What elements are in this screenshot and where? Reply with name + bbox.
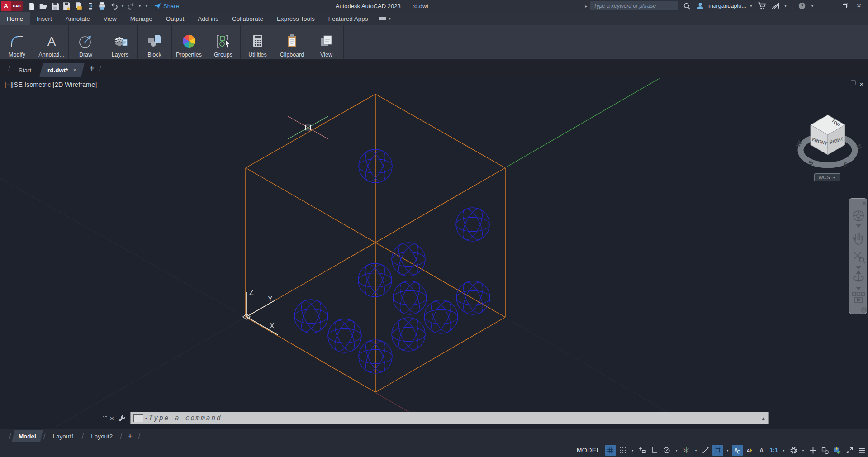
orbit-dropdown-icon[interactable] xyxy=(857,287,860,290)
graphics-performance-button[interactable] xyxy=(832,445,843,456)
panel-view[interactable]: View xyxy=(309,25,344,59)
navbar-minimize-icon[interactable] xyxy=(862,308,866,312)
tab-collaborate[interactable]: Collaborate xyxy=(225,12,270,25)
undo-button[interactable] xyxy=(109,0,119,11)
app-menu-button[interactable]: A CAD xyxy=(1,1,23,11)
file-tab-document[interactable]: rd.dwt* × xyxy=(40,63,85,77)
dynamic-input-toggle[interactable] xyxy=(637,445,648,456)
save-as-button[interactable] xyxy=(62,0,72,11)
plot-button[interactable] xyxy=(97,0,108,11)
help-search-input[interactable] xyxy=(590,1,678,10)
annotation-scale-button[interactable]: A xyxy=(756,445,767,456)
panel-clipboard[interactable]: Clipboard xyxy=(275,25,309,59)
drawing-area[interactable]: ZYX [−][SE Isometric][2D Wireframe] × W … xyxy=(0,77,868,429)
save-to-web-button[interactable] xyxy=(73,0,84,11)
help-dropdown[interactable]: ▾ xyxy=(810,4,815,8)
status-customization-button[interactable] xyxy=(856,445,867,456)
command-input[interactable] xyxy=(149,414,759,422)
tab-addins[interactable]: Add-ins xyxy=(191,12,225,25)
showmotion-button[interactable] xyxy=(853,293,864,302)
object-snap-tracking-toggle[interactable] xyxy=(700,445,711,456)
workspace-switching-button[interactable] xyxy=(788,445,799,456)
username-menu[interactable]: margaridaplo... xyxy=(708,3,746,9)
current-scale-label[interactable]: 1:1 xyxy=(768,447,779,453)
search-button[interactable] xyxy=(681,0,692,11)
layout-tab-layout1[interactable]: Layout1 xyxy=(47,430,80,442)
new-file-button[interactable] xyxy=(26,0,37,11)
layout-tab-model[interactable]: Model xyxy=(11,430,43,442)
help-button[interactable]: ? xyxy=(797,0,807,11)
command-dock-close-icon[interactable]: × xyxy=(110,414,114,422)
object-snap-toggle[interactable] xyxy=(712,445,723,456)
recent-commands-dropdown[interactable]: ▾ xyxy=(145,416,147,420)
osnap-dropdown[interactable]: ▾ xyxy=(725,445,730,456)
isodraft-toggle[interactable] xyxy=(681,445,692,456)
new-drawing-tab-button[interactable]: + xyxy=(89,63,95,74)
grid-toggle[interactable] xyxy=(605,445,616,456)
scale-dropdown[interactable]: ▾ xyxy=(781,445,787,456)
panel-annotation[interactable]: A Annotati... xyxy=(34,25,69,59)
tab-annotate[interactable]: Annotate xyxy=(59,12,97,25)
panel-utilities[interactable]: Utilities xyxy=(241,25,275,59)
isodraft-dropdown[interactable]: ▾ xyxy=(693,445,699,456)
zoom-button[interactable] xyxy=(854,252,865,263)
user-avatar[interactable] xyxy=(695,0,706,11)
model-space-view[interactable]: ZYX xyxy=(0,77,868,429)
panel-modify[interactable]: Modify xyxy=(0,25,34,59)
command-dock-drag-handle[interactable] xyxy=(103,413,107,423)
panel-layers[interactable]: Layers xyxy=(103,25,138,59)
orbit-button[interactable] xyxy=(854,271,863,282)
command-line[interactable]: >_ ▾ ▲ xyxy=(130,412,769,424)
file-tab-start[interactable]: Start xyxy=(12,63,38,77)
viewport-controls-label[interactable]: [−][SE Isometric][2D Wireframe] xyxy=(5,81,97,88)
zoom-dropdown-icon[interactable] xyxy=(857,267,860,269)
autodesk-dropdown[interactable]: ▾ xyxy=(783,4,788,8)
command-customize-button[interactable] xyxy=(117,413,128,424)
tab-view[interactable]: View xyxy=(97,12,123,25)
ortho-toggle[interactable] xyxy=(649,445,660,456)
tab-insert[interactable]: Insert xyxy=(30,12,59,25)
doc-close-icon[interactable]: × xyxy=(859,80,863,88)
doc-restore-icon[interactable] xyxy=(850,82,854,86)
app-store-button[interactable] xyxy=(756,0,767,11)
tab-manage[interactable]: Manage xyxy=(123,12,159,25)
close-button[interactable]: × xyxy=(853,0,865,11)
workspace-dropdown[interactable]: ▾ xyxy=(800,445,806,456)
doc-minimize-icon[interactable] xyxy=(840,82,844,86)
open-from-mobile-button[interactable] xyxy=(85,0,96,11)
panel-draw[interactable]: Draw xyxy=(69,25,103,59)
pan-button[interactable] xyxy=(853,233,862,244)
command-prompt-icon[interactable]: >_ xyxy=(133,414,143,422)
model-space-indicator[interactable]: MODEL xyxy=(577,447,600,454)
share-button[interactable]: Share xyxy=(154,2,179,10)
redo-dropdown[interactable]: ▾ xyxy=(138,4,142,8)
ribbon-display-options-button[interactable]: ▾ xyxy=(379,12,392,25)
restore-button[interactable] xyxy=(838,0,851,11)
snap-dropdown[interactable]: ▾ xyxy=(630,445,636,456)
polar-dropdown[interactable]: ▾ xyxy=(674,445,679,456)
annotation-autoscale-toggle[interactable]: A xyxy=(744,445,755,456)
file-tab-close-icon[interactable]: × xyxy=(73,67,76,74)
search-collapse-arrow[interactable]: ▸ xyxy=(585,4,587,9)
username-dropdown[interactable]: ▾ xyxy=(749,4,754,8)
panel-block[interactable]: Block xyxy=(138,25,172,59)
tab-featured-apps[interactable]: Featured Apps xyxy=(322,12,375,25)
snap-toggle[interactable] xyxy=(617,445,628,456)
tab-express-tools[interactable]: Express Tools xyxy=(270,12,322,25)
undo-dropdown[interactable]: ▾ xyxy=(120,4,125,8)
annotation-monitor-button[interactable] xyxy=(807,445,818,456)
tab-home[interactable]: Home xyxy=(0,12,30,25)
navwheel-dropdown-icon[interactable] xyxy=(857,225,860,227)
panel-groups[interactable]: Groups xyxy=(206,25,241,59)
navigation-wheel-button[interactable] xyxy=(854,211,863,221)
qat-customize-button[interactable]: ▾ xyxy=(143,4,150,8)
minimize-button[interactable] xyxy=(824,0,836,11)
tab-output[interactable]: Output xyxy=(159,12,191,25)
redo-button[interactable] xyxy=(126,0,137,11)
layout-tab-layout2[interactable]: Layout2 xyxy=(85,430,118,442)
autodesk-account-button[interactable] xyxy=(770,0,781,11)
save-button[interactable] xyxy=(50,0,61,11)
panel-properties[interactable]: Properties xyxy=(172,25,206,59)
annotation-visibility-toggle[interactable]: A xyxy=(732,445,743,456)
isolate-objects-button[interactable] xyxy=(820,445,830,456)
